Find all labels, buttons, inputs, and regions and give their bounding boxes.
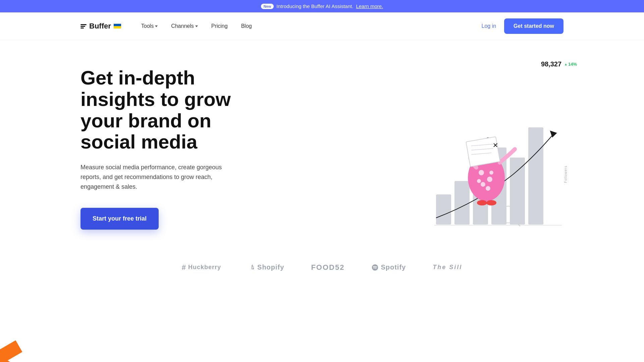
logo-spotify: Spotify: [371, 263, 406, 271]
logo-thesill: The Sill: [433, 264, 462, 271]
nav-item-blog[interactable]: Blog: [241, 23, 252, 29]
hero-subtitle: Measure social media performance, create…: [80, 163, 228, 191]
announcement-bar: New Introducing the Buffer AI Assistant.…: [0, 0, 644, 12]
logo-huckberry: # Huckberry: [182, 263, 221, 272]
svg-point-15: [486, 186, 490, 191]
svg-point-10: [479, 170, 484, 175]
announcement-badge: New: [261, 4, 274, 9]
nav-item-channels[interactable]: Channels: [171, 23, 198, 29]
svg-point-13: [489, 171, 493, 175]
shopify-icon: [248, 264, 255, 271]
svg-point-27: [477, 200, 487, 205]
logo-link[interactable]: Buffer: [80, 22, 121, 31]
logo-shopify: Shopify: [248, 263, 284, 271]
corner-decoration: [0, 335, 27, 362]
logo-icon: [80, 24, 87, 28]
ukraine-flag: [114, 24, 121, 28]
stat-badge: 98,327 14%: [541, 60, 577, 68]
svg-rect-6: [528, 127, 543, 225]
svg-text:Followers: Followers: [564, 166, 568, 183]
hero-content: Get in-depth insights to grow your brand…: [80, 67, 255, 230]
hero-title: Get in-depth insights to grow your brand…: [80, 67, 255, 153]
logo-text: Buffer: [89, 22, 111, 31]
svg-rect-2: [454, 181, 470, 225]
svg-rect-1: [436, 194, 451, 225]
svg-marker-31: [0, 355, 20, 362]
hero-illustration: 98,327 14% Followers: [429, 54, 590, 241]
nav-actions: Log in Get started now: [482, 18, 564, 34]
get-started-button[interactable]: Get started now: [504, 18, 564, 34]
nav-item-tools[interactable]: Tools: [141, 23, 158, 29]
svg-point-11: [487, 177, 492, 182]
stat-number: 98,327: [541, 60, 561, 68]
logo-food52: FOOD52: [311, 263, 344, 272]
chevron-down-icon: [195, 25, 198, 27]
svg-point-28: [486, 200, 496, 205]
free-trial-button[interactable]: Start your free trial: [80, 208, 159, 230]
main-nav: Buffer Tools Channels Pricing Blog Log i…: [0, 12, 644, 40]
login-button[interactable]: Log in: [482, 23, 496, 29]
hero-section: Get in-depth insights to grow your brand…: [0, 40, 644, 250]
announcement-text: Introducing the Buffer AI Assistant.: [276, 3, 353, 9]
svg-point-12: [481, 182, 485, 187]
chart-illustration: Followers: [429, 74, 570, 241]
svg-point-14: [477, 179, 481, 183]
svg-rect-5: [510, 158, 525, 225]
logos-section: # Huckberry Shopify FOOD52 Spotify The S…: [0, 250, 644, 292]
svg-rect-21: [466, 137, 500, 167]
stat-growth: 14%: [564, 62, 577, 67]
chevron-down-icon: [155, 25, 158, 27]
nav-item-pricing[interactable]: Pricing: [211, 23, 228, 29]
spotify-icon: [371, 264, 379, 271]
svg-marker-8: [547, 128, 557, 137]
announcement-link[interactable]: Learn more.: [356, 3, 383, 9]
nav-links: Tools Channels Pricing Blog: [141, 23, 482, 29]
